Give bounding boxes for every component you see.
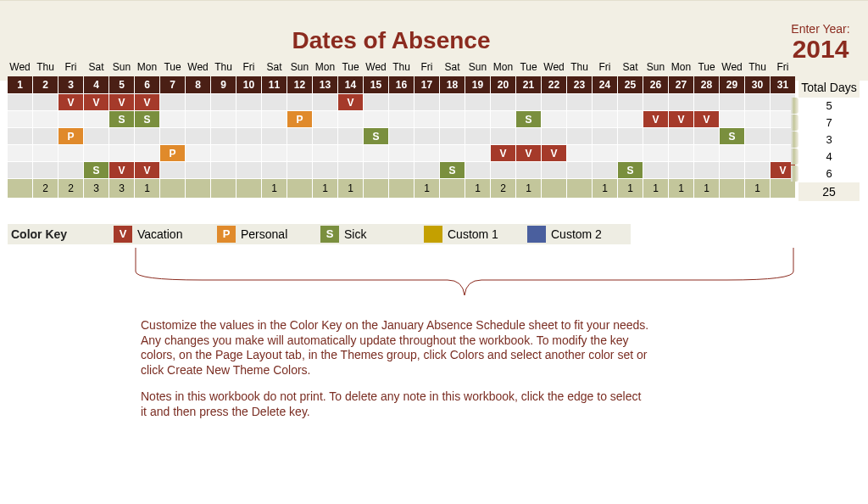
absence-cell[interactable]: V xyxy=(135,162,159,178)
absence-cell[interactable] xyxy=(236,162,261,178)
absence-cell[interactable]: V xyxy=(516,145,541,161)
absence-cell[interactable] xyxy=(262,94,287,110)
absence-cell[interactable]: V xyxy=(669,111,693,127)
absence-cell[interactable] xyxy=(287,128,312,144)
absence-cell[interactable] xyxy=(516,162,541,178)
absence-cell[interactable] xyxy=(84,111,108,127)
absence-cell[interactable] xyxy=(33,94,58,110)
absence-cell[interactable] xyxy=(186,162,210,178)
absence-cell[interactable] xyxy=(109,128,134,144)
absence-cell[interactable] xyxy=(287,145,312,161)
absence-cell[interactable] xyxy=(542,128,566,144)
absence-cell[interactable] xyxy=(465,111,490,127)
absence-cell[interactable]: V xyxy=(109,162,134,178)
absence-cell[interactable] xyxy=(643,94,668,110)
absence-cell[interactable] xyxy=(8,94,32,110)
absence-cell[interactable] xyxy=(8,145,32,161)
absence-cell[interactable] xyxy=(618,94,643,110)
absence-cell[interactable] xyxy=(516,94,541,110)
absence-cell[interactable] xyxy=(58,111,83,127)
absence-cell[interactable] xyxy=(211,128,236,144)
absence-cell[interactable] xyxy=(669,94,693,110)
absence-cell[interactable] xyxy=(491,94,515,110)
absence-cell[interactable] xyxy=(135,145,159,161)
absence-cell[interactable] xyxy=(440,128,465,144)
year-entry[interactable]: Enter Year: 2014 xyxy=(783,22,858,63)
absence-cell[interactable] xyxy=(287,94,312,110)
absence-cell[interactable] xyxy=(720,162,744,178)
absence-cell[interactable] xyxy=(745,162,770,178)
absence-cell[interactable] xyxy=(440,94,465,110)
absence-cell[interactable] xyxy=(33,111,58,127)
absence-cell[interactable] xyxy=(593,128,617,144)
absence-cell[interactable] xyxy=(313,111,337,127)
absence-cell[interactable] xyxy=(465,94,490,110)
absence-cell[interactable]: V xyxy=(694,111,719,127)
absence-cell[interactable] xyxy=(440,145,465,161)
absence-cell[interactable] xyxy=(593,111,617,127)
absence-cell[interactable] xyxy=(745,94,770,110)
absence-cell[interactable] xyxy=(415,145,439,161)
absence-cell[interactable] xyxy=(669,145,693,161)
absence-cell[interactable] xyxy=(364,94,388,110)
absence-cell[interactable]: S xyxy=(84,162,108,178)
absence-cell[interactable] xyxy=(8,162,32,178)
absence-cell[interactable]: V xyxy=(109,94,134,110)
absence-cell[interactable] xyxy=(338,128,363,144)
absence-cell[interactable] xyxy=(491,128,515,144)
absence-cell[interactable] xyxy=(236,145,261,161)
absence-cell[interactable] xyxy=(542,162,566,178)
absence-cell[interactable] xyxy=(287,162,312,178)
absence-cell[interactable] xyxy=(211,145,236,161)
absence-cell[interactable] xyxy=(516,128,541,144)
absence-cell[interactable] xyxy=(338,111,363,127)
absence-cell[interactable] xyxy=(389,111,414,127)
absence-cell[interactable] xyxy=(745,128,770,144)
absence-cell[interactable] xyxy=(160,94,185,110)
absence-cell[interactable] xyxy=(160,111,185,127)
absence-cell[interactable]: P xyxy=(160,145,185,161)
absence-cell[interactable]: S xyxy=(364,128,388,144)
absence-cell[interactable] xyxy=(58,162,83,178)
absence-cell[interactable] xyxy=(8,128,32,144)
absence-cell[interactable] xyxy=(593,162,617,178)
absence-cell[interactable] xyxy=(643,145,668,161)
absence-cell[interactable] xyxy=(593,145,617,161)
absence-cell[interactable]: V xyxy=(491,145,515,161)
absence-cell[interactable] xyxy=(694,162,719,178)
absence-cell[interactable] xyxy=(567,111,592,127)
absence-cell[interactable] xyxy=(720,111,744,127)
absence-cell[interactable]: P xyxy=(58,128,83,144)
absence-cell[interactable] xyxy=(262,111,287,127)
absence-cell[interactable] xyxy=(33,162,58,178)
absence-cell[interactable] xyxy=(211,94,236,110)
absence-cell[interactable] xyxy=(262,162,287,178)
absence-cell[interactable] xyxy=(415,111,439,127)
absence-cell[interactable] xyxy=(389,145,414,161)
absence-cell[interactable] xyxy=(643,128,668,144)
absence-cell[interactable] xyxy=(236,128,261,144)
absence-cell[interactable] xyxy=(415,162,439,178)
absence-cell[interactable] xyxy=(542,94,566,110)
absence-cell[interactable] xyxy=(593,94,617,110)
absence-cell[interactable] xyxy=(389,128,414,144)
absence-cell[interactable] xyxy=(84,145,108,161)
absence-cell[interactable] xyxy=(491,111,515,127)
absence-cell[interactable] xyxy=(211,111,236,127)
absence-cell[interactable] xyxy=(338,162,363,178)
absence-cell[interactable] xyxy=(364,162,388,178)
absence-cell[interactable] xyxy=(465,145,490,161)
absence-cell[interactable] xyxy=(542,111,566,127)
absence-cell[interactable] xyxy=(313,162,337,178)
absence-cell[interactable]: V xyxy=(338,94,363,110)
absence-cell[interactable] xyxy=(313,145,337,161)
absence-cell[interactable] xyxy=(33,128,58,144)
absence-cell[interactable]: V xyxy=(135,94,159,110)
absence-cell[interactable] xyxy=(236,94,261,110)
absence-cell[interactable] xyxy=(465,128,490,144)
absence-cell[interactable] xyxy=(415,94,439,110)
absence-cell[interactable] xyxy=(720,145,744,161)
absence-cell[interactable] xyxy=(567,94,592,110)
absence-cell[interactable] xyxy=(694,128,719,144)
absence-cell[interactable] xyxy=(84,128,108,144)
